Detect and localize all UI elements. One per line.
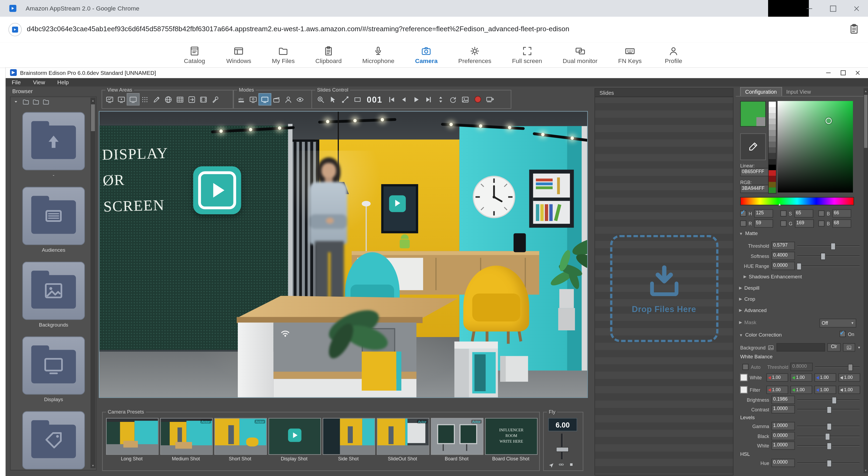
browser-item-up[interactable]	[22, 112, 85, 170]
hue-marker[interactable]: ▲	[778, 202, 781, 206]
saturation-value-square[interactable]	[777, 101, 853, 192]
preset-thumbnail[interactable]	[323, 418, 375, 455]
preset-thumbnail[interactable]: INFLUENCER ROOM WRITE HERE	[485, 418, 537, 455]
b2-value[interactable]: 68	[832, 219, 851, 228]
hsl-hue-slider[interactable]	[797, 459, 860, 467]
menu-view[interactable]: View	[27, 79, 51, 85]
gamma-slider[interactable]	[797, 422, 860, 430]
toolbar-item-dual-monitor[interactable]: Dual monitor	[563, 46, 597, 64]
slide-loop-button[interactable]	[447, 94, 459, 105]
slide-next-button[interactable]	[423, 94, 434, 105]
view-area-draw-button[interactable]	[151, 94, 163, 105]
section-mask[interactable]: ▶Mask	[739, 320, 756, 325]
brightness-value[interactable]: 0.1986	[771, 396, 795, 404]
slide-rect-button[interactable]	[352, 94, 364, 105]
toolbar-item-preferences[interactable]: Preferences	[458, 46, 492, 64]
black-slider[interactable]	[797, 433, 860, 440]
contrast-slider[interactable]	[797, 406, 860, 413]
section-crop[interactable]: ▶Crop	[739, 296, 755, 302]
current-color-swatch[interactable]	[740, 101, 766, 127]
browser-new-folder-icon[interactable]	[32, 98, 39, 105]
browser-folder-view-icon[interactable]	[42, 98, 50, 105]
white-b-field[interactable]: 1.00	[814, 374, 836, 382]
background-file-field[interactable]	[777, 343, 825, 352]
slider-thumb[interactable]	[827, 443, 832, 450]
view-area-film-button[interactable]	[198, 94, 210, 105]
mode-preview-button[interactable]	[294, 94, 306, 105]
section-despill[interactable]: ▶Despill	[739, 285, 759, 291]
contrast-value[interactable]: 1.0000	[771, 405, 795, 414]
view-area-grid-button[interactable]	[139, 94, 151, 105]
browser-item-displays[interactable]	[22, 337, 85, 395]
browser-item-audiences[interactable]	[22, 187, 85, 245]
scroll-down-icon[interactable]: ▼	[863, 469, 868, 472]
slide-line-button[interactable]	[339, 94, 351, 105]
chevron-down-icon[interactable]	[13, 99, 19, 104]
chevron-down-icon[interactable]: ▼	[858, 346, 861, 349]
preset-thumbnail[interactable]: Actor	[377, 418, 429, 455]
slide-image-button[interactable]	[460, 94, 471, 105]
wb-threshold-value[interactable]: 0.8000	[791, 363, 813, 371]
toolbar-item-fn-keys[interactable]: FN Keys	[618, 46, 642, 64]
white-l-field[interactable]: 1.00	[838, 374, 860, 382]
preset-thumbnail[interactable]: Actor	[160, 418, 213, 455]
chrome-close-button[interactable]	[844, 0, 868, 17]
grayscale-ramp[interactable]	[768, 101, 776, 194]
threshold-value[interactable]: 0.5797	[771, 242, 795, 250]
chrome-minimize-button[interactable]	[798, 0, 821, 17]
config-scrollbar-thumb[interactable]	[864, 95, 867, 148]
toolbar-item-my-files[interactable]: My Files	[272, 46, 294, 64]
slide-first-button[interactable]	[386, 94, 398, 105]
site-icon-badge[interactable]	[8, 23, 22, 36]
section-color-correction[interactable]: ▼Color Correction	[739, 332, 781, 338]
scroll-down-icon[interactable]: ▼	[91, 464, 96, 467]
white-g-field[interactable]: 1.00	[790, 374, 812, 382]
filter-r-field[interactable]: 1.00	[767, 385, 788, 394]
slider-thumb[interactable]	[820, 253, 826, 260]
mode-actor-button[interactable]	[282, 94, 294, 105]
color-picker-ring[interactable]	[826, 118, 832, 124]
h-checkbox[interactable]	[740, 210, 746, 217]
white-level-slider[interactable]	[797, 442, 860, 449]
fly-jet-icon[interactable]	[548, 462, 554, 468]
white-checkbox[interactable]	[740, 374, 747, 381]
hue-bar[interactable]: ▲	[740, 197, 854, 205]
browser-tree-icon[interactable]	[22, 98, 30, 105]
toolbar-item-catalog[interactable]: Catalog	[183, 46, 206, 64]
view-area-screen-button[interactable]	[127, 94, 139, 105]
background-picker-button[interactable]	[843, 343, 855, 352]
slide-record-button[interactable]	[471, 94, 484, 105]
hue-range-value[interactable]: 0.0000	[771, 262, 795, 270]
white-level-value[interactable]: 1.0000	[771, 442, 795, 450]
white-r-field[interactable]: 1.00	[767, 374, 788, 382]
clipboard-icon[interactable]	[848, 24, 860, 34]
slider-thumb[interactable]	[827, 423, 832, 430]
slider-thumb[interactable]	[848, 364, 853, 371]
slide-play-button[interactable]	[410, 94, 422, 105]
hsl-hue-value[interactable]: 0.0000	[771, 459, 795, 467]
tab-configuration[interactable]: Configuration	[740, 87, 781, 96]
app-minimize-button[interactable]	[821, 68, 836, 77]
section-advanced[interactable]: ▶Advanced	[739, 308, 767, 313]
chrome-maximize-button[interactable]	[821, 0, 844, 17]
b2-checkbox[interactable]	[818, 221, 825, 227]
scroll-up-icon[interactable]: ▲	[863, 89, 868, 93]
mode-clapper-button[interactable]	[271, 94, 282, 105]
browser-item-backgrounds[interactable]	[22, 262, 85, 320]
section-matte[interactable]: ▼Matte	[739, 230, 757, 236]
wb-threshold-slider[interactable]	[815, 363, 860, 371]
app-restore-button[interactable]	[836, 68, 850, 77]
linear-value-field[interactable]: 0B650FFF	[740, 168, 769, 176]
slider-thumb[interactable]	[827, 460, 832, 467]
toolbar-item-windows[interactable]: Windows	[226, 46, 251, 64]
filter-checkbox[interactable]	[740, 386, 747, 393]
preset-thumbnail[interactable]: Actor	[431, 418, 484, 455]
preset-thumbnail[interactable]	[269, 418, 321, 455]
toolbar-item-clipboard[interactable]: Clipboard	[315, 46, 342, 64]
fly-stop-icon[interactable]	[568, 462, 575, 468]
slider-thumb[interactable]	[831, 243, 836, 250]
browser-scrollbar[interactable]: ▲ ▼	[91, 98, 96, 468]
section-shadows-enhancement[interactable]: ▶Shadows Enhancement	[744, 274, 802, 280]
cc-on-checkbox[interactable]	[839, 331, 846, 337]
slider-thumb[interactable]	[825, 433, 830, 440]
